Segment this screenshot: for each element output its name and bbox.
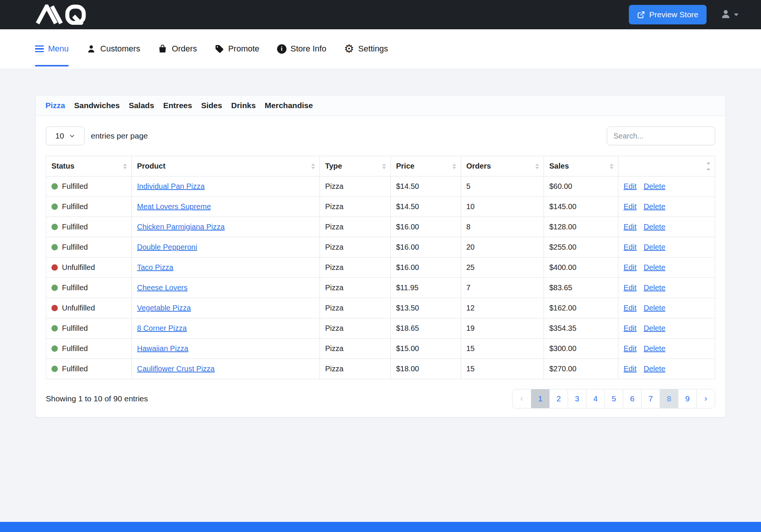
status-dot-icon xyxy=(51,203,58,210)
actions-cell: EditDelete xyxy=(618,339,715,359)
product-link[interactable]: 8 Corner Pizza xyxy=(137,324,187,332)
edit-link[interactable]: Edit xyxy=(624,283,636,292)
orders-cell: 10 xyxy=(461,197,544,217)
tab-pizza[interactable]: Pizza xyxy=(45,101,65,110)
table-row: Unfulfilled Vegetable Pizza Pizza $13.50… xyxy=(46,298,715,318)
delete-link[interactable]: Delete xyxy=(643,243,665,251)
edit-link[interactable]: Edit xyxy=(624,182,636,190)
pagination-page-2[interactable]: 2 xyxy=(549,389,568,408)
search-input[interactable] xyxy=(607,127,715,145)
category-tabs: PizzaSandwichesSaladsEntreesSidesDrinksM… xyxy=(36,95,725,116)
delete-link[interactable]: Delete xyxy=(643,365,665,373)
product-link[interactable]: Hawaiian Pizza xyxy=(137,344,188,353)
delete-link[interactable]: Delete xyxy=(643,283,665,292)
product-link[interactable]: Taco Pizza xyxy=(137,263,173,271)
edit-link[interactable]: Edit xyxy=(624,304,636,312)
edit-link[interactable]: Edit xyxy=(624,365,636,373)
edit-link[interactable]: Edit xyxy=(624,263,636,271)
orders-cell: 15 xyxy=(461,359,544,379)
preview-store-button[interactable]: Preview Store xyxy=(629,5,707,24)
product-cell: Hawaiian Pizza xyxy=(132,339,320,359)
column-header-label: Price xyxy=(396,162,414,170)
product-link[interactable]: Cheese Lovers xyxy=(137,283,188,292)
product-cell: Taco Pizza xyxy=(132,258,320,278)
status-label: Fulfilled xyxy=(62,182,88,190)
column-header-type[interactable]: Type xyxy=(320,156,391,176)
tab-entrees[interactable]: Entrees xyxy=(163,101,192,110)
pagination-page-4[interactable]: 4 xyxy=(586,389,604,408)
nav-item-settings[interactable]: ⚙ Settings xyxy=(344,29,388,68)
product-cell: Individual Pan Pizza xyxy=(132,176,320,197)
orders-cell: 19 xyxy=(461,318,544,339)
pagination-page-7[interactable]: 7 xyxy=(641,389,660,408)
sales-cell: $400.00 xyxy=(544,258,618,278)
actions-cell: EditDelete xyxy=(618,217,715,237)
delete-link[interactable]: Delete xyxy=(643,324,665,332)
price-cell: $18.65 xyxy=(391,318,461,339)
nav-item-store-info[interactable]: i Store Info xyxy=(277,29,326,68)
pagination-page-6[interactable]: 6 xyxy=(623,389,641,408)
status-cell: Fulfilled xyxy=(46,359,132,379)
product-link[interactable]: Cauliflower Crust Pizza xyxy=(137,365,215,373)
shopping-bag-icon xyxy=(158,44,167,54)
column-header-orders[interactable]: Orders xyxy=(461,156,544,176)
orders-cell: 5 xyxy=(461,176,544,197)
user-account-menu[interactable] xyxy=(720,8,738,21)
chevron-down-icon xyxy=(734,14,738,16)
type-cell: Pizza xyxy=(320,258,391,278)
product-link[interactable]: Chicken Parmigiana Pizza xyxy=(137,223,225,231)
pagination-page-1[interactable]: 1 xyxy=(531,389,549,408)
product-link[interactable]: Individual Pan Pizza xyxy=(137,182,205,190)
status-label: Fulfilled xyxy=(62,365,88,373)
store-logo[interactable] xyxy=(34,5,94,25)
delete-link[interactable]: Delete xyxy=(643,344,665,353)
pagination-prev-button[interactable]: ‹ xyxy=(512,389,531,408)
product-link[interactable]: Meat Lovers Supreme xyxy=(137,202,211,211)
pagination: ‹123456789› xyxy=(512,389,715,408)
edit-link[interactable]: Edit xyxy=(624,202,636,211)
edit-link[interactable]: Edit xyxy=(624,223,636,231)
nav-item-label: Menu xyxy=(48,44,69,54)
status-cell: Fulfilled xyxy=(46,237,132,258)
status-label: Fulfilled xyxy=(62,324,88,332)
table-row: Fulfilled Meat Lovers Supreme Pizza $14.… xyxy=(46,197,715,217)
column-header-price[interactable]: Price xyxy=(391,156,461,176)
product-link[interactable]: Double Pepperoni xyxy=(137,243,197,251)
nav-item-menu[interactable]: Menu xyxy=(35,29,69,68)
nav-item-orders[interactable]: Orders xyxy=(158,29,197,68)
pagination-next-button[interactable]: › xyxy=(696,389,715,408)
pagination-page-8[interactable]: 8 xyxy=(660,389,678,408)
column-header-status[interactable]: Status xyxy=(46,156,132,176)
tab-sides[interactable]: Sides xyxy=(201,101,222,110)
status-cell: Unfulfilled xyxy=(46,258,132,278)
column-header-actions[interactable] xyxy=(618,156,715,176)
entries-per-page-select[interactable]: 10 xyxy=(46,127,84,145)
pagination-page-9[interactable]: 9 xyxy=(678,389,696,408)
menu-items-card: PizzaSandwichesSaladsEntreesSidesDrinksM… xyxy=(35,95,726,417)
table-row: Fulfilled 8 Corner Pizza Pizza $18.65 19… xyxy=(46,318,715,339)
sort-icon xyxy=(123,163,127,169)
tab-merchandise[interactable]: Merchandise xyxy=(265,101,313,110)
nav-item-promote[interactable]: Promote xyxy=(215,29,259,68)
delete-link[interactable]: Delete xyxy=(643,182,665,190)
edit-link[interactable]: Edit xyxy=(624,243,636,251)
edit-link[interactable]: Edit xyxy=(624,344,636,353)
delete-link[interactable]: Delete xyxy=(643,223,665,231)
pagination-page-5[interactable]: 5 xyxy=(604,389,623,408)
delete-link[interactable]: Delete xyxy=(643,304,665,312)
price-cell: $13.50 xyxy=(391,298,461,318)
sort-icon xyxy=(311,163,315,169)
product-link[interactable]: Vegetable Pizza xyxy=(137,304,191,312)
delete-link[interactable]: Delete xyxy=(643,202,665,211)
column-header-sales[interactable]: Sales xyxy=(544,156,618,176)
tab-drinks[interactable]: Drinks xyxy=(231,101,256,110)
pagination-page-3[interactable]: 3 xyxy=(568,389,586,408)
sales-cell: $60.00 xyxy=(544,176,618,197)
nav-item-customers[interactable]: Customers xyxy=(86,29,140,68)
delete-link[interactable]: Delete xyxy=(643,263,665,271)
edit-link[interactable]: Edit xyxy=(624,324,636,332)
tab-sandwiches[interactable]: Sandwiches xyxy=(74,101,120,110)
column-header-product[interactable]: Product xyxy=(132,156,320,176)
chevron-down-icon xyxy=(69,133,75,139)
tab-salads[interactable]: Salads xyxy=(129,101,154,110)
